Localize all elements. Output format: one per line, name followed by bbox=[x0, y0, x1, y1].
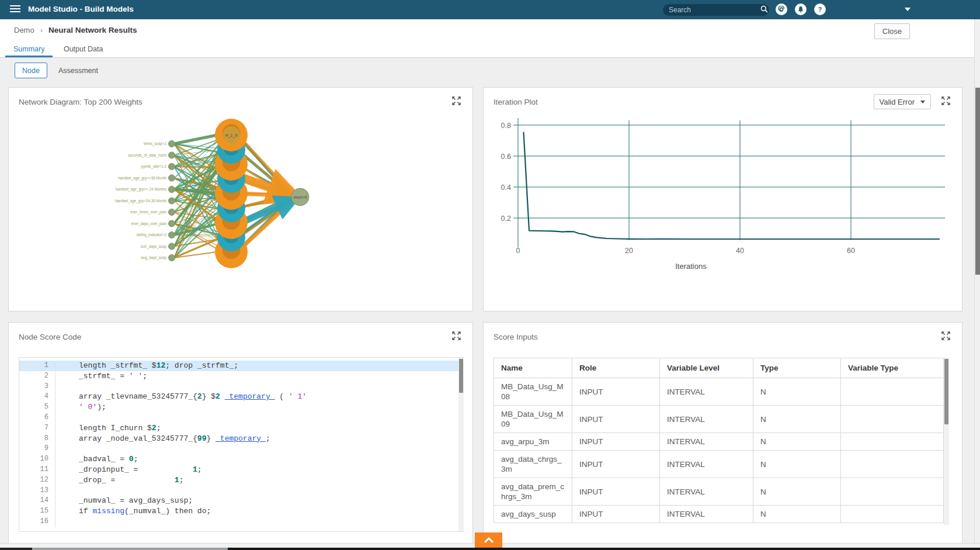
page-vertical-scrollbar-thumb[interactable] bbox=[975, 88, 980, 275]
plot-metric-value: Valid Error bbox=[880, 98, 915, 106]
iteration-panel-title: Iteration Plot bbox=[494, 98, 538, 106]
scroll-to-top-button[interactable] bbox=[475, 532, 502, 548]
column-header[interactable]: Variable Type bbox=[841, 358, 944, 378]
code-line[interactable]: 4array _tlevname_53245777_{2} $2 _tempor… bbox=[19, 392, 463, 402]
app-title: Model Studio - Build Models bbox=[28, 5, 134, 13]
svg-text:delinq_indicator=2: delinq_indicator=2 bbox=[137, 233, 167, 237]
expand-icon[interactable] bbox=[941, 96, 950, 108]
iteration-plot-panel: 0.20.40.60.80204060Iterations Iteration … bbox=[483, 87, 962, 312]
score-inputs-table: NameRoleVariable LevelTypeVariable Type … bbox=[494, 358, 943, 523]
code-line[interactable]: 6 bbox=[19, 413, 463, 423]
table-row[interactable]: avg_data_chrgs_3mINPUTINTERVALN bbox=[494, 451, 944, 478]
column-header[interactable]: Variable Level bbox=[660, 358, 753, 378]
table-cell: INPUT bbox=[572, 478, 660, 506]
svg-text:handset_age_grp=>36 Month: handset_age_grp=>36 Month bbox=[118, 176, 166, 181]
bottom-strip bbox=[228, 548, 980, 550]
svg-text:0: 0 bbox=[516, 247, 520, 255]
column-header[interactable]: Name bbox=[494, 358, 572, 378]
table-row[interactable]: avg_arpu_3mINPUTINTERVALN bbox=[494, 433, 944, 451]
table-cell: INPUT bbox=[572, 406, 660, 433]
table-cell: N bbox=[753, 406, 841, 433]
expand-icon[interactable] bbox=[452, 331, 461, 343]
expand-icon[interactable] bbox=[452, 96, 461, 108]
svg-text:0.6: 0.6 bbox=[501, 153, 511, 161]
tab-bar: Summary Output Data bbox=[0, 42, 980, 58]
assessment-toggle-button[interactable]: Assessment bbox=[55, 64, 102, 77]
score-inputs-title: Score Inputs bbox=[494, 333, 538, 341]
table-cell: INPUT bbox=[572, 433, 660, 451]
code-panel-title: Node Score Code bbox=[19, 333, 81, 341]
node-toggle-button[interactable]: Node bbox=[15, 63, 47, 78]
svg-text:40: 40 bbox=[736, 247, 744, 255]
svg-text:handset_age_grp=24-36 Month: handset_age_grp=24-36 Month bbox=[115, 199, 167, 203]
search-box[interactable] bbox=[663, 4, 769, 16]
svg-text:0.4: 0.4 bbox=[501, 184, 511, 192]
column-header[interactable]: Role bbox=[572, 358, 660, 378]
table-row[interactable]: MB_Data_Usg_M09INPUTINTERVALN bbox=[494, 406, 944, 433]
search-icon[interactable] bbox=[760, 5, 768, 15]
code-line[interactable]: 1length _strfmt_ $12; drop _strfmt_; bbox=[19, 361, 463, 371]
code-line[interactable]: 3 bbox=[19, 382, 463, 392]
svg-text:pymts_late=1-2: pymts_late=1-2 bbox=[141, 164, 167, 169]
code-line[interactable]: 10_badval_ = 0; bbox=[19, 454, 463, 465]
expand-icon[interactable] bbox=[941, 331, 950, 343]
table-row[interactable]: avg_data_prem_chrgs_3mINPUTINTERVALN bbox=[494, 478, 944, 506]
plot-metric-dropdown[interactable]: Valid Error bbox=[874, 94, 931, 109]
code-line[interactable]: 7length I_churn $2; bbox=[19, 423, 463, 434]
sas-drive-icon[interactable] bbox=[776, 4, 787, 15]
svg-text:times_susp=1: times_susp=1 bbox=[144, 141, 167, 146]
code-line[interactable]: 9 bbox=[19, 444, 463, 454]
table-scrollbar[interactable] bbox=[944, 358, 949, 525]
code-line[interactable]: 5' 0'); bbox=[19, 402, 463, 413]
table-cell: N bbox=[753, 378, 841, 406]
svg-text:H_1_9: H_1_9 bbox=[225, 133, 238, 138]
topbar-menu-caret-icon[interactable] bbox=[905, 8, 911, 14]
breadcrumb-project-link[interactable]: Demo bbox=[14, 26, 34, 34]
table-cell: MB_Data_Usg_M09 bbox=[494, 406, 572, 433]
page-vertical-scrollbar[interactable] bbox=[974, 19, 980, 543]
tab-summary[interactable]: Summary bbox=[5, 42, 53, 57]
table-cell: N bbox=[753, 506, 841, 523]
page-title: Neural Network Results bbox=[48, 26, 137, 34]
code-line[interactable]: 8array _node_val_53245777_{99} _temporar… bbox=[19, 434, 463, 444]
chevron-up-icon bbox=[484, 537, 494, 544]
network-panel-title: Network Diagram: Top 200 Weights bbox=[19, 98, 143, 106]
tab-output-data[interactable]: Output Data bbox=[55, 42, 111, 56]
svg-text:20: 20 bbox=[625, 247, 633, 255]
table-row[interactable]: MB_Data_Usg_M08INPUTINTERVALN bbox=[494, 378, 944, 406]
svg-text:handset_age_grp=< 24 Months: handset_age_grp=< 24 Months bbox=[115, 187, 166, 192]
svg-text:0.8: 0.8 bbox=[501, 122, 511, 130]
notifications-icon[interactable] bbox=[795, 4, 807, 15]
code-line[interactable]: 2_strfmt_ = ' '; bbox=[19, 371, 463, 382]
search-input[interactable] bbox=[668, 5, 760, 15]
help-icon[interactable]: ? bbox=[814, 4, 826, 15]
table-scrollbar-thumb[interactable] bbox=[944, 359, 948, 424]
code-line[interactable]: 12_drop_ = 1; bbox=[19, 475, 463, 486]
table-cell: INPUT bbox=[572, 378, 660, 406]
close-button[interactable]: Close bbox=[874, 23, 910, 39]
table-row[interactable]: avg_days_suspINPUTINTERVALN bbox=[494, 506, 944, 523]
table-cell: INPUT bbox=[572, 506, 660, 523]
svg-text:ever_times_over_plan: ever_times_over_plan bbox=[130, 210, 166, 215]
table-cell bbox=[841, 406, 944, 433]
code-line[interactable]: 11_dropinput_ = 1; bbox=[19, 465, 463, 475]
score-inputs-panel: Score Inputs NameRoleVariable LevelTypeV… bbox=[483, 322, 962, 546]
table-cell: INTERVAL bbox=[660, 451, 753, 478]
code-line[interactable]: 13 bbox=[19, 486, 463, 496]
code-scrollbar-thumb[interactable] bbox=[459, 359, 463, 393]
table-cell: avg_days_susp bbox=[494, 506, 572, 523]
table-cell: INTERVAL bbox=[660, 506, 753, 523]
score-code-editor[interactable]: 1length _strfmt_ $12; drop _strfmt_;2_st… bbox=[19, 357, 464, 532]
menu-icon[interactable] bbox=[10, 5, 20, 13]
code-scrollbar[interactable] bbox=[458, 358, 464, 531]
node-score-code-panel: Node Score Code 1length _strfmt_ $12; dr… bbox=[8, 322, 473, 546]
column-header[interactable]: Type bbox=[753, 358, 841, 378]
table-cell bbox=[841, 506, 944, 523]
table-cell: N bbox=[753, 433, 841, 451]
svg-text:60: 60 bbox=[847, 247, 855, 255]
code-line[interactable]: 16 bbox=[19, 517, 463, 527]
code-line[interactable]: 14_numval_ = avg_days_susp; bbox=[19, 496, 463, 506]
table-cell: INTERVAL bbox=[660, 378, 753, 406]
code-line[interactable]: 15if missing(_numval_) then do; bbox=[19, 506, 463, 517]
table-cell: avg_data_prem_chrgs_3m bbox=[494, 478, 572, 506]
